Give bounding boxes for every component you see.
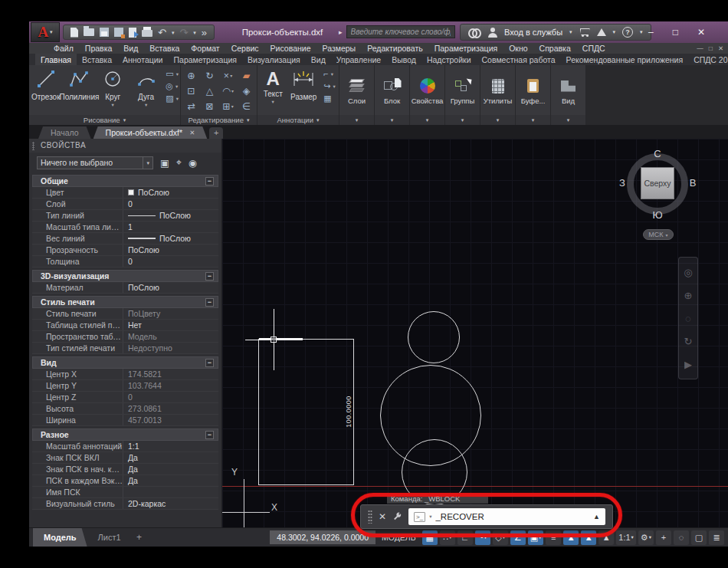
layout-tab-0[interactable]: Модель — [33, 528, 87, 547]
move-icon[interactable]: ⊕ — [187, 71, 195, 81]
user-icon[interactable] — [488, 28, 497, 38]
redo-icon[interactable]: ↷ — [179, 28, 188, 38]
ribbon-tab-3[interactable]: Параметризация — [169, 54, 243, 65]
plus-icon[interactable]: + — [656, 530, 671, 545]
circle-tool-button[interactable]: Круг▾ — [96, 67, 129, 108]
steering-wheel-icon[interactable]: ◎ — [684, 268, 692, 277]
drawing-canvas[interactable]: 100.0000 Y X Команда: _WBLOCK С Ю З В Св… — [222, 139, 728, 527]
ribbon-tab-11[interactable]: СПДС 2019 — [688, 54, 728, 65]
panel-groups-footer[interactable]: ▾ — [445, 115, 480, 125]
section-header[interactable]: 3D-визуализация− — [32, 270, 218, 282]
scale-icon[interactable]: ⊠ — [205, 102, 213, 112]
isolate-objects-icon[interactable]: ◌ — [674, 530, 689, 545]
collapse-section-icon[interactable]: − — [205, 272, 214, 281]
property-value[interactable]: ПоСлою — [123, 245, 218, 255]
property-value[interactable] — [123, 487, 218, 497]
line-tool-button[interactable]: Отрезок — [29, 67, 62, 101]
panel-layers-footer[interactable]: ▾ — [339, 115, 374, 125]
help-icon[interactable]: ? — [622, 27, 633, 38]
property-value[interactable]: 0 — [123, 199, 218, 209]
search-binoculars-icon[interactable] — [468, 28, 481, 36]
command-input-field[interactable]: >_ ▾ ▲ — [408, 508, 605, 525]
panel-layers[interactable]: Слои▾ — [339, 65, 375, 125]
close-icon[interactable]: ✕ — [379, 512, 386, 521]
zoom-icon[interactable]: ◌ — [685, 314, 691, 323]
layout-tab-1[interactable]: Лист1 — [87, 528, 132, 547]
lineweight-icon[interactable]: ≡ — [546, 530, 561, 545]
drag-handle-icon[interactable] — [368, 510, 372, 524]
panel-view[interactable]: Вид▾ — [551, 65, 586, 125]
section-header[interactable]: Стиль печати− — [32, 296, 218, 308]
property-value[interactable]: 273.0861 — [123, 403, 218, 414]
menu-item-3[interactable]: Вставка — [149, 44, 179, 53]
property-value[interactable]: 174.5821 — [123, 369, 218, 379]
property-value[interactable]: Недоступно — [123, 343, 218, 353]
orbit-icon[interactable]: ↻ — [684, 337, 693, 346]
command-bar[interactable]: ✕ >_ ▾ ▲ — [360, 504, 613, 529]
property-value[interactable]: 2D-каркас — [123, 498, 218, 509]
annotation-visibility-icon[interactable]: ▲ — [563, 530, 579, 545]
menu-item-5[interactable]: Сервис — [231, 44, 259, 53]
panel-annotation-footer[interactable]: Аннотации ▾ — [257, 115, 339, 125]
menu-item-10[interactable]: Окно — [509, 44, 527, 53]
ribbon-tab-4[interactable]: Визуализация — [242, 54, 306, 65]
panel-clip-footer[interactable]: ▾ — [516, 115, 550, 125]
drawn-circle-small[interactable] — [408, 311, 460, 363]
doc-restore-button[interactable]: □ — [709, 44, 713, 52]
property-value[interactable]: 0 — [123, 392, 218, 402]
autodesk360-icon[interactable] — [597, 28, 606, 36]
new-tab-button[interactable]: + — [209, 127, 223, 139]
section-header[interactable]: Вид− — [32, 356, 218, 369]
save-icon[interactable] — [100, 28, 109, 37]
panel-view-footer[interactable]: ▾ — [551, 115, 585, 125]
viewcube-west[interactable]: З — [612, 177, 633, 189]
drawn-rectangle[interactable] — [258, 339, 354, 485]
menu-item-6[interactable]: Рисование — [271, 44, 311, 53]
panel-groups[interactable]: Группы▾ — [445, 65, 480, 125]
chevron-down-icon[interactable]: ▾ — [429, 514, 431, 520]
chevron-down-icon[interactable]: ▾ — [613, 29, 616, 35]
ellipse-tool-icon[interactable]: ◎▾ — [166, 81, 179, 91]
chevron-down-icon[interactable]: ▾ — [640, 29, 643, 35]
menu-item-9[interactable]: Параметризация — [435, 44, 498, 53]
annotation-autoscale-icon[interactable]: ▲ — [581, 530, 596, 545]
panel-block-footer[interactable]: ▾ — [375, 115, 409, 125]
ribbon-tab-5[interactable]: Вид — [306, 54, 331, 65]
viewcube-wcs-button[interactable]: МСК ▾ — [643, 229, 674, 240]
quick-select-icon[interactable]: ◉ — [189, 157, 197, 169]
app-store-cart-icon[interactable] — [579, 28, 590, 37]
polar-tracking-icon[interactable]: ◔▾ — [475, 530, 490, 545]
viewcube-top-face[interactable]: Сверху — [641, 167, 674, 199]
property-value[interactable]: ПоСлою — [123, 210, 218, 221]
collapse-section-icon[interactable]: − — [205, 431, 214, 439]
property-value[interactable]: 1 — [123, 222, 218, 232]
pickadd-toggle-icon[interactable]: ▣ — [160, 157, 169, 169]
viewcube-east[interactable]: В — [682, 177, 703, 189]
new-file-icon[interactable] — [71, 28, 78, 38]
property-value[interactable]: 1:1 — [123, 441, 218, 451]
fillet-icon[interactable]: ◠▾ — [222, 87, 234, 97]
section-header[interactable]: Общие− — [32, 175, 218, 187]
isodraft-icon[interactable]: ◇▾ — [493, 530, 508, 545]
explode-icon[interactable]: ◈ — [243, 87, 251, 97]
panel-draw-footer[interactable]: Рисование ▾ — [29, 115, 180, 125]
osnap-icon[interactable]: ▣▾ — [528, 530, 544, 545]
search-expand-icon[interactable]: ▸ — [339, 28, 343, 36]
dimension-tool-button[interactable]: Размер — [287, 67, 320, 101]
property-value[interactable]: 457.0013 — [123, 415, 218, 425]
property-value[interactable]: 0 — [123, 256, 218, 267]
wrench-icon[interactable] — [392, 512, 402, 522]
property-value[interactable]: Модель — [123, 331, 218, 342]
property-value[interactable]: Да — [123, 452, 218, 463]
viewcube-south[interactable]: Ю — [647, 209, 668, 221]
collapse-section-icon[interactable]: − — [205, 298, 214, 307]
status-menu-icon[interactable]: ≣ — [709, 530, 724, 545]
doc-minimize-button[interactable]: — — [697, 44, 703, 52]
property-value[interactable]: ПоЦвету — [123, 308, 218, 319]
minimize-button[interactable]: – — [648, 27, 654, 38]
signin-label[interactable]: Вход в службы — [504, 28, 562, 37]
panel-clip[interactable]: Буфе...▾ — [516, 65, 551, 125]
open-file-icon[interactable] — [84, 28, 94, 36]
ribbon-tab-8[interactable]: Надстройки — [421, 54, 477, 65]
annotation-scale-icon[interactable]: ▲ — [598, 530, 614, 545]
